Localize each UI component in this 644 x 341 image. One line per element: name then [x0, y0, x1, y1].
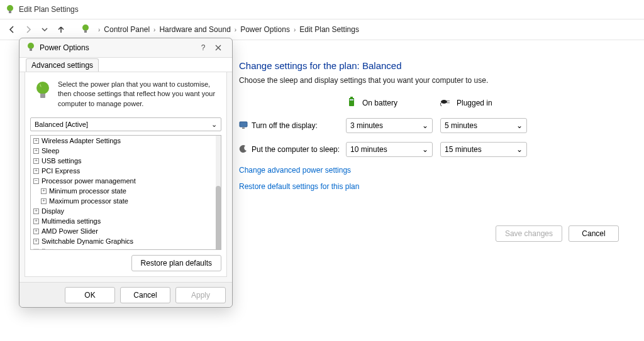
svg-rect-13	[30, 48, 32, 51]
column-label: Plugged in	[457, 99, 492, 107]
display-off-battery-select[interactable]: 3 minutes ⌄	[346, 118, 433, 133]
plan-select[interactable]: Balanced [Active] ⌄	[30, 117, 221, 131]
breadcrumb-item[interactable]: Edit Plan Settings	[299, 25, 359, 34]
expand-icon[interactable]: +	[33, 148, 39, 154]
battery-icon	[346, 96, 357, 109]
plugged-in-header: Plugged in	[440, 96, 535, 109]
tab-advanced-settings[interactable]: Advanced settings	[26, 58, 99, 72]
sleep-battery-select[interactable]: 10 minutes ⌄	[346, 142, 433, 157]
tree-item[interactable]: +Battery	[31, 246, 216, 249]
scrollbar-thumb[interactable]	[216, 186, 221, 250]
expand-icon[interactable]: +	[33, 168, 39, 174]
tree-item[interactable]: +USB settings	[31, 156, 216, 166]
scrollbar-track[interactable]	[216, 136, 221, 249]
expand-icon[interactable]: +	[33, 138, 39, 144]
navigation-bar: › Control Panel › Hardware and Sound › P…	[0, 19, 644, 40]
dialog-description: Select the power plan that you want to c…	[30, 77, 221, 111]
tree-item[interactable]: +AMD Power Slider	[31, 226, 216, 236]
close-button[interactable]	[211, 40, 226, 55]
tree-item-label: Processor power management	[42, 177, 136, 185]
tree-item-label: Minimum processor state	[49, 187, 126, 195]
expand-icon[interactable]: +	[33, 158, 39, 164]
tree-item-label: PCI Express	[42, 167, 80, 175]
select-value: 3 minutes	[350, 121, 383, 130]
power-bulb-large-icon	[33, 80, 53, 109]
breadcrumb-item[interactable]: Power Options	[240, 25, 290, 34]
heading-prefix: Change settings for the plan:	[239, 60, 362, 71]
page-footer-buttons: Save changes Cancel	[496, 225, 619, 242]
select-value: 15 minutes	[445, 145, 482, 154]
svg-point-2	[82, 24, 89, 31]
breadcrumb-item[interactable]: Control Panel	[104, 25, 150, 34]
svg-rect-11	[242, 127, 245, 129]
dialog-footer: OK Cancel Apply	[19, 282, 232, 307]
tree-item[interactable]: +Sleep	[31, 146, 216, 156]
chevron-down-icon: ⌄	[211, 121, 217, 129]
save-changes-button[interactable]: Save changes	[496, 225, 562, 242]
tree-item[interactable]: +Minimum processor state	[31, 186, 216, 196]
chevron-right-icon[interactable]: ›	[294, 26, 296, 33]
settings-tree[interactable]: +Wireless Adapter Settings+Sleep+USB set…	[30, 135, 221, 250]
up-button[interactable]	[53, 21, 69, 38]
tree-item[interactable]: +Multimedia settings	[31, 216, 216, 226]
recent-dropdown[interactable]	[36, 21, 53, 38]
select-value: Balanced [Active]	[35, 121, 88, 128]
chevron-right-icon[interactable]: ›	[235, 26, 236, 33]
turn-off-display-row: Turn off the display: 3 minutes ⌄ 5 minu…	[239, 118, 619, 133]
tree-item-label: Display	[42, 207, 64, 215]
plug-icon	[440, 96, 452, 109]
dialog-titlebar[interactable]: Power Options ?	[19, 38, 232, 57]
power-bulb-icon	[26, 42, 36, 54]
chevron-right-icon[interactable]: ›	[98, 26, 100, 33]
help-button[interactable]: ?	[196, 40, 211, 55]
breadcrumb-item[interactable]: Hardware and Sound	[159, 25, 230, 34]
tree-item[interactable]: +PCI Express	[31, 166, 216, 176]
tree-item[interactable]: +Switchable Dynamic Graphics	[31, 236, 216, 246]
breadcrumb[interactable]: › Control Panel › Hardware and Sound › P…	[80, 24, 640, 35]
sleep-plugged-select[interactable]: 15 minutes ⌄	[440, 142, 527, 157]
forward-button[interactable]	[20, 21, 36, 38]
select-value: 5 minutes	[445, 121, 477, 130]
back-button[interactable]	[4, 21, 20, 38]
expand-icon[interactable]: +	[41, 198, 47, 204]
expand-icon[interactable]: +	[33, 219, 39, 224]
expand-icon[interactable]: +	[33, 249, 39, 249]
tree-item-label: AMD Power Slider	[42, 227, 98, 235]
expand-icon[interactable]: +	[33, 208, 39, 214]
svg-rect-5	[350, 97, 353, 98]
tree-item-label: Switchable Dynamic Graphics	[42, 237, 133, 245]
monitor-icon	[239, 121, 248, 131]
dialog-cancel-button[interactable]: Cancel	[120, 287, 170, 303]
change-advanced-link[interactable]: Change advanced power settings	[239, 166, 619, 175]
expand-icon[interactable]: +	[33, 229, 39, 234]
moon-icon	[239, 144, 248, 155]
on-battery-header: On battery	[346, 96, 440, 109]
svg-rect-3	[84, 30, 87, 33]
expand-icon[interactable]: +	[33, 239, 39, 244]
svg-point-7	[441, 100, 447, 104]
chevron-down-icon: ⌄	[422, 145, 428, 154]
tree-item[interactable]: −Processor power management	[31, 176, 216, 186]
expand-icon[interactable]: +	[41, 188, 47, 194]
ok-button[interactable]: OK	[65, 287, 115, 303]
svg-rect-4	[349, 98, 354, 106]
tree-item[interactable]: +Display	[31, 206, 216, 216]
display-off-plugged-select[interactable]: 5 minutes ⌄	[440, 118, 527, 133]
sleep-row: Put the computer to sleep: 10 minutes ⌄ …	[239, 142, 619, 157]
apply-button[interactable]: Apply	[175, 287, 226, 303]
tree-item[interactable]: +Wireless Adapter Settings	[31, 136, 216, 146]
window-titlebar: Edit Plan Settings	[0, 0, 644, 19]
column-headers: On battery Plugged in	[239, 96, 619, 109]
tree-item[interactable]: +Maximum processor state	[31, 196, 216, 206]
chevron-down-icon: ⌄	[516, 145, 523, 154]
select-value: 10 minutes	[350, 145, 387, 154]
collapse-icon[interactable]: −	[33, 178, 39, 184]
tree-item-label: USB settings	[42, 157, 82, 165]
chevron-right-icon[interactable]: ›	[153, 26, 155, 33]
restore-plan-defaults-button[interactable]: Restore plan defaults	[131, 255, 221, 271]
cancel-button[interactable]: Cancel	[569, 225, 619, 242]
page-heading: Change settings for the plan: Balanced	[239, 60, 619, 71]
restore-defaults-link[interactable]: Restore default settings for this plan	[239, 182, 619, 191]
row-label: Turn off the display:	[252, 121, 318, 130]
svg-rect-9	[447, 102, 450, 103]
